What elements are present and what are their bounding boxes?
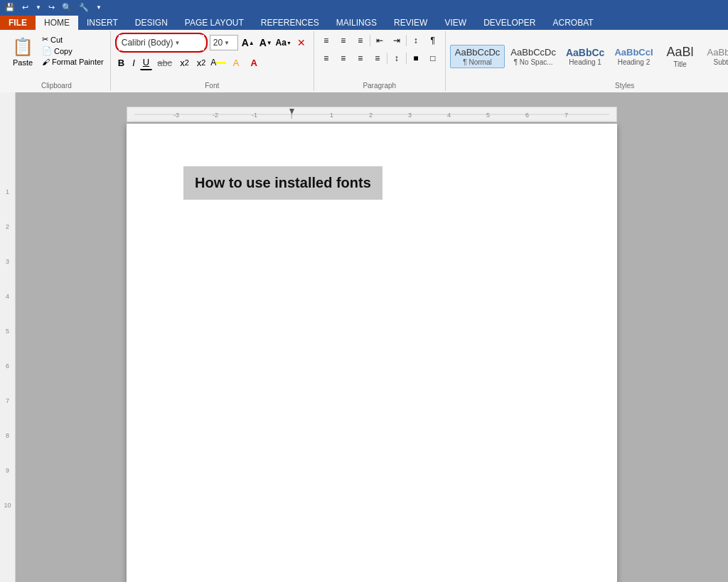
ruler-top-svg: -3 -2 -1 | 1 2 3 4 5 6 7 [134,107,609,122]
customize-icon[interactable]: 🔧 [77,2,91,13]
style-title[interactable]: AaBl Title [659,43,702,70]
styles-label: Styles [450,80,728,90]
font-shrink-button[interactable]: A▼ [258,35,274,50]
document-page[interactable]: How to use installed fonts [127,124,617,582]
shading-para-button[interactable]: ■ [408,50,424,66]
underline-button[interactable]: U [140,55,152,70]
numbering-button[interactable]: ≡ [336,33,351,48]
ruler-left: 1 2 3 4 5 6 7 8 9 10 [0,92,16,582]
style-title-label: Title [673,60,687,68]
align-right-button[interactable]: ≡ [353,50,368,66]
document-scroll-area[interactable]: -3 -2 -1 | 1 2 3 4 5 6 7 How [16,92,728,582]
tab-references[interactable]: REFERENCES [252,16,328,30]
customize-arrow-icon[interactable]: ▼ [94,4,104,11]
para-divider4 [406,53,407,64]
ruler-num-8: 8 [0,432,15,467]
app-wrapper: 💾 ↩ ▼ ↪ 🔍 🔧 ▼ FILE HOME INSERT DESIGN PA… [0,0,728,582]
format-painter-icon: 🖌 [42,58,50,66]
tab-view[interactable]: VIEW [436,16,475,30]
font-grow-button[interactable]: A▲ [240,35,256,50]
text-highlight-icon: A [210,58,216,68]
copy-icon: 📄 [42,46,52,55]
undo-dropdown-icon[interactable]: ▼ [33,4,43,11]
clear-formatting-button[interactable]: ✕ [294,35,309,50]
bold-button[interactable]: B [115,55,127,70]
font-color-button[interactable]: A [246,55,262,70]
tab-home[interactable]: HOME [36,16,78,30]
tab-insert[interactable]: INSERT [78,16,127,30]
font-name-selector[interactable]: Calibri (Body) ▼ [119,35,204,50]
justify-button[interactable]: ≡ [370,50,385,66]
font-name-dropdown-icon: ▼ [174,40,180,46]
bullets-button[interactable]: ≡ [318,33,334,48]
ruler-num-5: 5 [0,328,15,362]
font-group: Calibri (Body) ▼ 20 ▼ A▲ A▼ Aa▼ ✕ B [111,31,314,91]
superscript-button[interactable]: x2 [194,55,209,70]
format-painter-button[interactable]: 🖌 Format Painter [40,57,106,67]
svg-text:-2: -2 [213,112,218,119]
ruler-num-2: 2 [0,223,15,258]
style-normal-label: ¶ Normal [463,58,491,66]
style-heading2-label: Heading 2 [618,58,651,66]
show-marks-button[interactable]: ¶ [425,33,441,48]
style-normal[interactable]: AaBbCcDc ¶ Normal [450,45,505,68]
svg-text:5: 5 [486,112,490,119]
paste-button[interactable]: 📋 Paste [7,33,38,70]
quick-access-toolbar: 💾 ↩ ▼ ↪ 🔍 🔧 ▼ [0,0,728,14]
tab-mailings[interactable]: MAILINGS [328,16,385,30]
tab-developer[interactable]: DEVELOPER [475,16,544,30]
center-button[interactable]: ≡ [336,50,351,66]
font-size-selector[interactable]: 20 ▼ [210,35,238,50]
clipboard-group-content: 📋 Paste ✂ Cut 📄 Copy 🖌 Format Painter [7,33,106,80]
style-no-spacing[interactable]: AaBbCcDc ¶ No Spac... [506,45,560,68]
print-preview-icon[interactable]: 🔍 [60,2,74,13]
ruler-top: -3 -2 -1 | 1 2 3 4 5 6 7 [127,107,617,122]
shading-button[interactable]: A [228,55,244,70]
clipboard-group: 📋 Paste ✂ Cut 📄 Copy 🖌 Format Painter [3,31,111,91]
tab-design[interactable]: DESIGN [127,16,176,30]
style-subtitle-label: Subtitle [714,58,728,66]
increase-indent-button[interactable]: ⇥ [389,33,405,48]
style-heading2-preview: AaBbCcI [614,47,653,58]
save-icon[interactable]: 💾 [3,2,17,13]
copy-label: Copy [54,47,73,55]
style-subtitle[interactable]: AaBbCcI Subtitle [703,45,728,68]
undo-icon[interactable]: ↩ [20,2,31,13]
multilevel-button[interactable]: ≡ [353,33,368,48]
tab-page-layout[interactable]: PAGE LAYOUT [176,16,252,30]
svg-text:-1: -1 [252,112,257,119]
style-heading1[interactable]: AaBbCc Heading 1 [562,45,609,68]
copy-button[interactable]: 📄 Copy [40,45,106,56]
sort-button[interactable]: ↕ [408,33,424,48]
tab-acrobat[interactable]: ACROBAT [544,16,601,30]
change-case-button[interactable]: Aa▼ [276,35,291,50]
cut-icon: ✂ [42,35,48,44]
paste-label: Paste [13,58,33,67]
font-size-dropdown-icon: ▼ [224,40,230,46]
svg-text:1: 1 [330,112,333,119]
line-spacing-button[interactable]: ↕ [389,50,405,66]
style-heading2[interactable]: AaBbCcI Heading 2 [610,45,657,68]
align-left-button[interactable]: ≡ [318,50,334,66]
paragraph-group: ≡ ≡ ≡ ⇤ ⇥ ↕ ¶ ≡ ≡ ≡ ≡ ↕ [314,31,446,91]
tab-file[interactable]: FILE [0,16,36,30]
text-highlight-button[interactable]: A [210,55,226,70]
underline-label: U [143,57,149,68]
font-name-value: Calibri (Body) [122,38,173,48]
cut-label: Cut [50,36,63,44]
svg-text:4: 4 [447,112,451,119]
italic-button[interactable]: I [129,55,138,70]
decrease-indent-button[interactable]: ⇤ [372,33,387,48]
strikethrough-button[interactable]: abc [154,55,175,70]
font-row2: B I U abc x2 x2 A A A [115,55,309,70]
redo-icon[interactable]: ↪ [46,2,57,13]
styles-group-content: AaBbCcDc ¶ Normal AaBbCcDc ¶ No Spac... … [450,33,728,80]
svg-text:6: 6 [525,112,529,119]
borders-button[interactable]: □ [425,50,441,66]
style-title-preview: AaBl [667,45,694,60]
ribbon-tabs: FILE HOME INSERT DESIGN PAGE LAYOUT REFE… [0,14,728,30]
svg-text:7: 7 [564,112,568,119]
subscript-button[interactable]: x2 [177,55,192,70]
tab-review[interactable]: REVIEW [385,16,436,30]
cut-button[interactable]: ✂ Cut [40,34,106,45]
